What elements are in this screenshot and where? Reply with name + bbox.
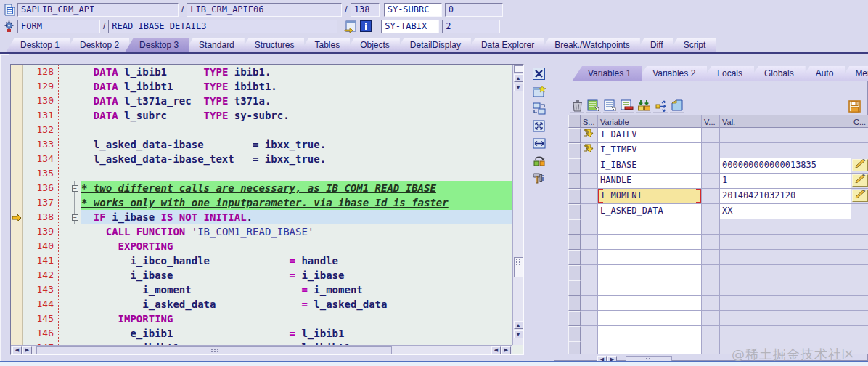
row-selector[interactable] [568,158,581,174]
form-name-field[interactable]: READ_IBASE_DETAIL3 [108,20,337,33]
breakpoint-margin[interactable] [11,65,23,345]
tab-standard[interactable]: Standard [184,38,245,52]
breakpoint-cell[interactable] [11,299,22,314]
tab-detaildisplay[interactable]: DetailDisplay [396,38,471,52]
breakpoint-cell[interactable] [11,94,22,108]
code-line-129[interactable]: DATA l_ibibt1 TYPE ibibt1. [60,79,512,94]
variable-name-cell[interactable] [598,326,702,341]
line-number-field[interactable]: 138 [351,3,380,17]
change-value-button[interactable] [852,159,868,171]
code-line-132[interactable] [60,123,512,137]
breakpoint-cell[interactable] [11,108,22,123]
code-line-138[interactable]: − IF i_ibase IS NOT INITIAL. [60,210,512,224]
value-cell[interactable] [720,265,851,280]
variable-name-cell[interactable] [598,311,702,326]
sy-subrc-value-field[interactable]: 0 [445,3,503,17]
tab-auto[interactable]: Auto [800,66,846,81]
value-cell[interactable]: 000000000000013835 [720,158,851,174]
scroll-up-icon[interactable]: ▲ [514,321,523,329]
scroll-left-icon[interactable]: ◀ [12,346,22,354]
code-line-137[interactable]: * works only with one inputparameter. vi… [60,195,512,210]
row-selector[interactable] [568,250,581,265]
breakpoint-cell[interactable] [11,256,22,270]
code-line-142[interactable]: i_ibase = i_ibase [60,268,512,282]
table-row-handle[interactable]: HANDLE1 [568,174,868,189]
scroll-right-icon[interactable]: ▶ [501,346,511,354]
breakpoint-cell[interactable] [11,123,22,137]
table-copy-icon[interactable] [586,99,601,113]
row-selector[interactable] [568,265,581,280]
breakpoint-cell[interactable] [11,241,22,256]
fold-toggle-icon[interactable]: − [60,181,81,195]
variable-name-cell[interactable] [598,235,702,250]
row-selector[interactable] [568,311,581,326]
sy-tabix-label-field[interactable]: SY-TABIX [381,20,439,33]
variable-name-cell[interactable] [598,219,702,235]
info-icon[interactable] [359,20,372,33]
code-vertical-scrollbar[interactable]: ▲ ▼ ▲ ▼ [512,65,523,345]
row-selector[interactable] [568,174,581,189]
tab-desktop-3[interactable]: Desktop 3 [125,38,189,52]
value-cell[interactable]: 20140421032120 [720,189,851,204]
value-cell[interactable] [720,143,851,158]
variable-name-cell[interactable]: HANDLE [598,174,702,189]
close-icon[interactable] [531,66,546,81]
fit-width-icon[interactable] [531,136,546,150]
scroll-left-icon[interactable]: ◀ [491,346,501,354]
layout-icon[interactable] [670,99,684,113]
variable-name-cell[interactable] [598,250,702,265]
breakpoint-cell[interactable] [11,137,22,152]
row-selector[interactable] [568,219,581,235]
exchange-icon[interactable] [531,153,546,168]
row-selector[interactable] [568,296,581,311]
value-cell[interactable] [720,311,851,326]
variable-name-cell[interactable]: I_MOMENT [598,189,702,204]
row-selector-header[interactable] [568,115,581,128]
sy-subrc-label-field[interactable]: SY-SUBRC [384,3,442,17]
table-row-i_timev[interactable]: I_TIMEV [568,143,868,158]
table-row-empty[interactable] [568,265,868,280]
code-line-145[interactable]: IMPORTING [60,312,512,326]
tab-locals[interactable]: Locals [701,66,754,81]
tab-desktop-2[interactable]: Desktop 2 [65,38,129,52]
variable-name-cell[interactable] [598,296,702,311]
value-cell[interactable] [720,219,851,235]
new-window-icon[interactable] [531,84,546,98]
row-selector[interactable] [568,341,581,354]
change-value-button[interactable] [852,174,868,187]
value-cell[interactable] [720,250,851,265]
breakpoint-cell[interactable] [11,285,22,299]
code-line-139[interactable]: CALL FUNCTION 'IB_COM1_READ_IBASE' [60,224,512,239]
code-line-136[interactable]: −* two different calls are necessary, as… [60,181,512,195]
sort-values-icon[interactable] [636,99,651,113]
code-line-128[interactable]: DATA l_ibib1 TYPE ibib1. [60,65,512,79]
value-cell[interactable] [720,235,851,250]
swap-windows-icon[interactable] [531,101,546,115]
code-line-144[interactable]: i_asked_data = l_asked_data [60,297,512,312]
code-line-135[interactable] [60,166,512,181]
code-line-146[interactable]: e_ibib1 = l_ibib1 [60,326,512,341]
variable-name-cell[interactable] [598,341,702,354]
scroll-down-icon[interactable]: ▼ [514,84,523,92]
variable-name-cell[interactable]: I_TIMEV [598,143,702,158]
tab-data-explorer[interactable]: Data Explorer [467,38,544,52]
tab-globals[interactable]: Globals [748,66,806,81]
tab-objects[interactable]: Objects [345,38,400,52]
code-line-141[interactable]: i_ibco_handle = handle [60,253,512,268]
table-display-icon[interactable] [603,99,618,113]
table-row-empty[interactable] [568,219,868,235]
variable-name-cell[interactable]: I_IBASE [598,158,702,174]
scroll-up-icon[interactable]: ▲ [514,74,523,82]
row-selector[interactable] [568,189,581,204]
breakpoint-cell[interactable] [11,195,22,210]
breakpoint-cell[interactable] [11,181,22,195]
breakpoint-cell[interactable] [11,166,22,181]
table-row-i_ibase[interactable]: I_IBASE000000000000013835 [568,158,868,174]
tab-desktop-1[interactable]: Desktop 1 [6,38,70,52]
variable-name-cell[interactable]: I_DATEV [598,128,702,143]
variable-name-cell[interactable] [598,280,702,296]
sy-tabix-value-field[interactable]: 2 [442,20,500,33]
value-cell[interactable]: XX [720,204,851,219]
program-field[interactable]: SAPLIB_CRM_API [17,3,179,17]
breakpoint-cell[interactable] [11,227,22,241]
